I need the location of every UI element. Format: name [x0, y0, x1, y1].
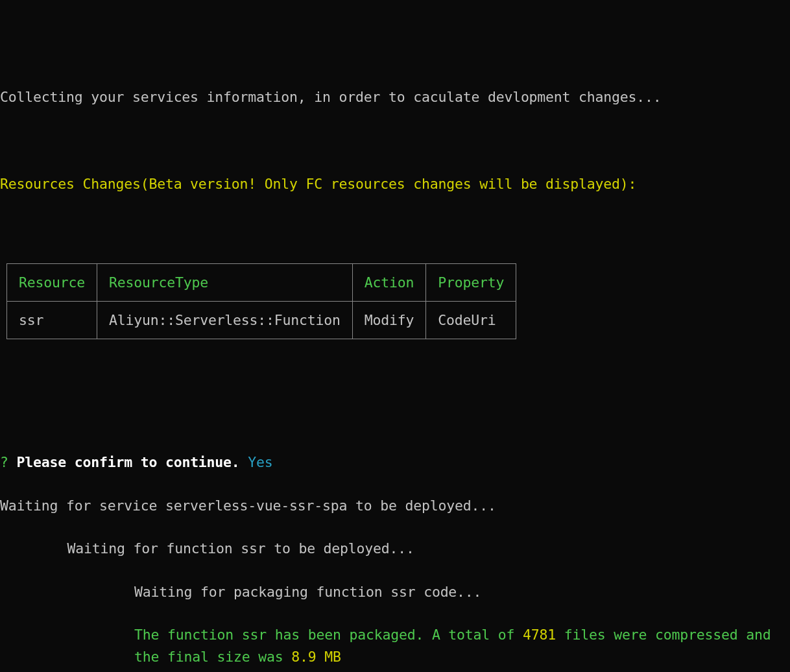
- cell-resource: ssr: [7, 302, 97, 339]
- header-action: Action: [352, 263, 425, 301]
- prompt-q: ?: [0, 454, 8, 470]
- prompt-answer: Yes: [248, 454, 272, 470]
- blank: [0, 365, 790, 387]
- header-property: Property: [426, 263, 516, 301]
- blank: [0, 408, 790, 429]
- deploy-package-result: The function ssr has been packaged. A to…: [0, 624, 790, 667]
- prompt-text: Please confirm to continue.: [17, 454, 240, 470]
- deploy-package-wait: Waiting for packaging function ssr code.…: [0, 581, 790, 603]
- confirm-prompt[interactable]: ? Please confirm to continue. Yes: [0, 451, 790, 473]
- collecting-line: Collecting your services information, in…: [0, 86, 790, 108]
- cell-property: CodeUri: [426, 302, 516, 339]
- deploy-service-wait: Waiting for service serverless-vue-ssr-s…: [0, 495, 790, 516]
- blank: [0, 130, 790, 151]
- resources-header: Resources Changes(Beta version! Only FC …: [0, 173, 790, 195]
- blank: [0, 216, 790, 237]
- table-header-row: Resource ResourceType Action Property: [7, 263, 516, 301]
- header-resource: Resource: [7, 263, 97, 301]
- table-row: ssr Aliyun::Serverless::Function Modify …: [7, 302, 516, 339]
- deploy-function-wait: Waiting for function ssr to be deployed.…: [0, 538, 790, 559]
- cell-action: Modify: [352, 302, 425, 339]
- cell-type: Aliyun::Serverless::Function: [97, 302, 352, 339]
- header-type: ResourceType: [97, 263, 352, 301]
- resources-table: Resource ResourceType Action Property ss…: [6, 263, 516, 340]
